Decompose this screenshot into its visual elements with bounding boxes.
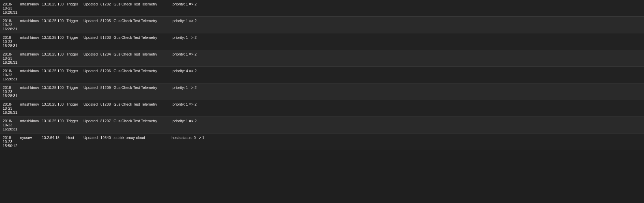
cell-description: Gus Check Test Telemetry (112, 83, 170, 100)
cell-user: mtashkinov (19, 0, 41, 17)
cell-time: 2018-10-23 15:50:12 (0, 134, 19, 150)
cell-action: Updated (82, 100, 99, 117)
cell-details: .priority: 1 => 2 (170, 33, 644, 50)
cell-action: Updated (82, 17, 99, 33)
cell-id: 81207 (99, 117, 112, 134)
cell-id: 81202 (99, 0, 112, 17)
cell-id: 10840 (99, 134, 112, 150)
table-row[interactable]: 2018-10-23 16:28:31mtashkinov10.10.25.10… (0, 100, 644, 117)
cell-description: Gus Check Test Telemetry (112, 33, 170, 50)
cell-user: mtashkinov (19, 17, 41, 33)
cell-time: 2018-10-23 16:28:31 (0, 67, 19, 83)
cell-details: .priority: 1 => 2 (170, 83, 644, 100)
cell-action: Updated (82, 33, 99, 50)
cell-details: .priority: 1 => 2 (170, 117, 644, 134)
cell-user: mtashkinov (19, 83, 41, 100)
cell-ip: 10.10.25.100 (40, 50, 65, 67)
cell-type: Trigger (65, 0, 82, 17)
cell-description: Gus Check Test Telemetry (112, 0, 170, 17)
cell-id: 81206 (99, 67, 112, 83)
cell-description: Gus Check Test Telemetry (112, 67, 170, 83)
cell-time: 2018-10-23 16:28:31 (0, 17, 19, 33)
log-table: 2018-10-23 16:28:31mtashkinov10.10.25.10… (0, 0, 644, 150)
cell-description: zabbix-proxy-cloud (112, 134, 170, 150)
table-row[interactable]: 2018-10-23 16:28:31mtashkinov10.10.25.10… (0, 117, 644, 134)
table-row[interactable]: 2018-10-23 16:28:31mtashkinov10.10.25.10… (0, 0, 644, 17)
cell-action: Updated (82, 117, 99, 134)
cell-ip: 10.10.25.100 (40, 100, 65, 117)
cell-type: Trigger (65, 17, 82, 33)
cell-type: Host (65, 134, 82, 150)
cell-description: Gus Check Test Telemetry (112, 50, 170, 67)
cell-action: Updated (82, 83, 99, 100)
cell-details: .priority: 1 => 2 (170, 100, 644, 117)
cell-description: Gus Check Test Telemetry (112, 100, 170, 117)
cell-ip: 10.2.64.15 (40, 134, 65, 150)
cell-user: mtashkinov (19, 100, 41, 117)
cell-action: Updated (82, 67, 99, 83)
cell-ip: 10.10.25.100 (40, 17, 65, 33)
table-row[interactable]: 2018-10-23 16:28:31mtashkinov10.10.25.10… (0, 67, 644, 83)
table-row[interactable]: 2018-10-23 16:28:31mtashkinov10.10.25.10… (0, 33, 644, 50)
cell-id: 81209 (99, 83, 112, 100)
cell-user: mtashkinov (19, 67, 41, 83)
cell-details: .priority: 1 => 2 (170, 0, 644, 17)
cell-details: .priority: 4 => 2 (170, 67, 644, 83)
cell-ip: 10.10.25.100 (40, 67, 65, 83)
cell-user: mtashkinov (19, 33, 41, 50)
cell-type: Trigger (65, 100, 82, 117)
cell-ip: 10.10.25.100 (40, 0, 65, 17)
cell-action: Updated (82, 50, 99, 67)
cell-type: Trigger (65, 33, 82, 50)
cell-id: 81203 (99, 33, 112, 50)
cell-action: Updated (82, 134, 99, 150)
cell-id: 81204 (99, 50, 112, 67)
cell-ip: 10.10.25.100 (40, 83, 65, 100)
cell-ip: 10.10.25.100 (40, 117, 65, 134)
cell-time: 2018-10-23 16:28:31 (0, 117, 19, 134)
cell-user: nyusev (19, 134, 41, 150)
table-row[interactable]: 2018-10-23 16:28:31mtashkinov10.10.25.10… (0, 83, 644, 100)
cell-time: 2018-10-23 16:28:31 (0, 33, 19, 50)
cell-user: mtashkinov (19, 117, 41, 134)
cell-details: .priority: 1 => 2 (170, 17, 644, 33)
cell-type: Trigger (65, 67, 82, 83)
cell-time: 2018-10-23 16:28:31 (0, 100, 19, 117)
cell-ip: 10.10.25.100 (40, 33, 65, 50)
cell-action: Updated (82, 0, 99, 17)
cell-time: 2018-10-23 16:28:31 (0, 0, 19, 17)
cell-description: Gus Check Test Telemetry (112, 117, 170, 134)
cell-details: .priority: 1 => 2 (170, 50, 644, 67)
log-table-body: 2018-10-23 16:28:31mtashkinov10.10.25.10… (0, 0, 644, 150)
cell-description: Gus Check Test Telemetry (112, 17, 170, 33)
table-row[interactable]: 2018-10-23 15:50:12nyusev10.2.64.15HostU… (0, 134, 644, 150)
table-row[interactable]: 2018-10-23 16:28:31mtashkinov10.10.25.10… (0, 50, 644, 67)
cell-type: Trigger (65, 117, 82, 134)
cell-type: Trigger (65, 50, 82, 67)
cell-time: 2018-10-23 16:28:31 (0, 50, 19, 67)
cell-id: 81205 (99, 17, 112, 33)
cell-type: Trigger (65, 83, 82, 100)
audit-log-table: 2018-10-23 16:28:31mtashkinov10.10.25.10… (0, 0, 644, 150)
table-row[interactable]: 2018-10-23 16:28:31mtashkinov10.10.25.10… (0, 17, 644, 33)
cell-details: hosts.status: 0 => 1 (170, 134, 644, 150)
cell-time: 2018-10-23 16:28:31 (0, 83, 19, 100)
cell-user: mtashkinov (19, 50, 41, 67)
cell-id: 81208 (99, 100, 112, 117)
